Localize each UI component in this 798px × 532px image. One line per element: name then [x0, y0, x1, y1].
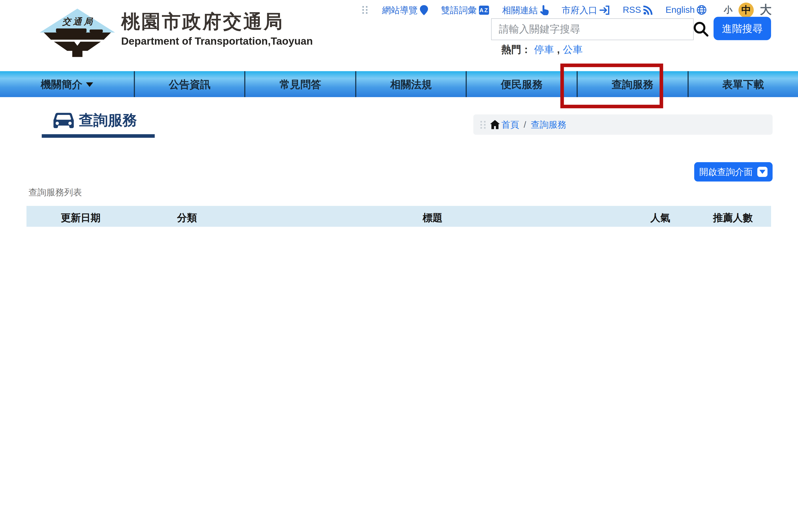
search-input[interactable]	[491, 18, 694, 40]
advanced-search-label: 進階搜尋	[722, 22, 763, 35]
hot-separator: ,	[557, 44, 560, 56]
caret-down-icon	[757, 167, 768, 177]
table-header-row: 更新日期 分類 標題 人氣 推薦人數	[26, 206, 771, 227]
breadcrumb: 首頁 / 查詢服務	[473, 114, 773, 135]
col-header-date: 更新日期	[26, 211, 135, 225]
nav-item-label: 相關法規	[390, 77, 432, 91]
nav-item-label: 常見問答	[279, 77, 321, 91]
site-title: 桃園市政府交通局	[121, 11, 313, 33]
hot-keywords: 熱門： 停車, 公車	[501, 43, 583, 56]
site-branding: 桃園市政府交通局 Department of Transportation,Ta…	[121, 11, 313, 47]
font-size-medium-button[interactable]: 中	[739, 2, 754, 18]
nav-item-label: 機關簡介	[41, 77, 82, 91]
table-caption: 查詢服務列表	[29, 186, 82, 198]
hot-link-bus[interactable]: 公車	[563, 43, 582, 56]
nav-item-regulations[interactable]: 相關法規	[355, 71, 466, 97]
utility-link-english[interactable]: English	[666, 4, 706, 15]
main-nav: 機關簡介 公告資訊 常見問答 相關法規 便民服務 查詢服務 表單下載	[0, 71, 798, 97]
svg-text:A: A	[479, 7, 483, 13]
font-size-large-button[interactable]: 大	[760, 2, 772, 18]
utility-link-label: 相關連結	[502, 4, 538, 16]
hot-link-parking[interactable]: 停車	[534, 43, 554, 56]
rss-icon	[643, 5, 652, 15]
search-icon[interactable]	[693, 21, 708, 36]
chevron-down-icon	[86, 82, 93, 87]
hand-pointer-icon	[540, 5, 548, 15]
open-query-interface-button[interactable]: 開啟查詢介面	[694, 162, 773, 182]
nav-item-announcements[interactable]: 公告資訊	[134, 71, 244, 97]
home-icon	[490, 120, 500, 129]
location-pin-icon	[420, 5, 428, 15]
page: 網站導覽 雙語詞彙 AZ 相關連結 市府入口 RSS English 小 中 大	[0, 0, 798, 227]
utility-link-label: English	[666, 4, 695, 15]
col-header-views: 人氣	[626, 211, 695, 225]
col-header-title: 標題	[239, 211, 626, 225]
nav-item-label: 便民服務	[501, 77, 543, 91]
agency-logo: 交 通 局	[39, 8, 116, 58]
hot-label: 熱門：	[501, 43, 531, 56]
utility-link-sitemap[interactable]: 網站導覽	[382, 4, 428, 16]
advanced-search-button[interactable]: 進階搜尋	[713, 17, 771, 40]
open-query-interface-label: 開啟查詢介面	[699, 166, 752, 178]
utility-link-label: 雙語詞彙	[441, 4, 476, 16]
page-title-underline	[42, 134, 155, 138]
nav-item-about[interactable]: 機關簡介	[0, 71, 134, 97]
dots-decoration-icon	[362, 6, 368, 14]
svg-text:交 通 局: 交 通 局	[62, 17, 93, 26]
utility-link-label: 市府入口	[562, 4, 597, 16]
font-size-small-button[interactable]: 小	[724, 4, 732, 16]
query-services-table: 更新日期 分類 標題 人氣 推薦人數 114/11/10 交通 本市行人交通安全…	[26, 206, 771, 227]
col-header-recommends: 推薦人數	[695, 211, 771, 225]
page-title-block: 查詢服務	[53, 111, 137, 130]
utility-link-related[interactable]: 相關連結	[502, 4, 548, 16]
page-title: 查詢服務	[79, 111, 137, 130]
globe-icon	[697, 5, 706, 15]
breadcrumb-separator: /	[524, 119, 526, 130]
utility-link-city-portal[interactable]: 市府入口	[562, 4, 610, 16]
nav-item-services[interactable]: 便民服務	[466, 71, 577, 97]
car-icon	[53, 112, 74, 129]
col-header-category: 分類	[135, 211, 239, 225]
utility-link-label: RSS	[623, 4, 641, 15]
nav-item-faq[interactable]: 常見問答	[244, 71, 355, 97]
utility-link-glossary[interactable]: 雙語詞彙 AZ	[441, 4, 489, 16]
svg-text:Z: Z	[484, 7, 488, 13]
utility-link-label: 網站導覽	[382, 4, 418, 16]
breadcrumb-current[interactable]: 查詢服務	[531, 118, 566, 131]
az-glossary-icon: AZ	[479, 5, 489, 15]
nav-item-query-services[interactable]: 查詢服務	[577, 71, 687, 97]
utility-link-rss[interactable]: RSS	[623, 4, 652, 15]
utility-nav: 網站導覽 雙語詞彙 AZ 相關連結 市府入口 RSS English 小 中 大	[362, 2, 772, 18]
nav-item-form-download[interactable]: 表單下載	[687, 71, 798, 97]
nav-item-label: 公告資訊	[169, 77, 211, 91]
breadcrumb-home-link[interactable]: 首頁	[501, 118, 519, 131]
dots-decoration-icon	[480, 121, 486, 128]
font-size-selector: 小 中 大	[724, 2, 772, 18]
site-subtitle: Department of Transportation,Taoyuan	[121, 35, 313, 47]
nav-item-label: 表單下載	[722, 77, 764, 91]
nav-item-label: 查詢服務	[612, 77, 653, 91]
sign-in-icon	[599, 5, 610, 15]
